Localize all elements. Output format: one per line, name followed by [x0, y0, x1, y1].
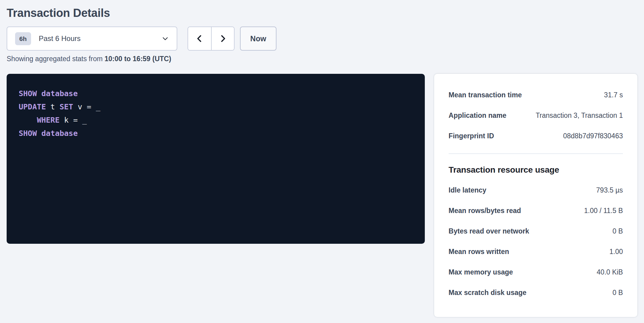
stat-row: Bytes read over network 0 B [449, 221, 623, 241]
stat-label: Max scratch disk usage [449, 289, 526, 297]
stat-value: 1.00 / 11.5 B [584, 207, 623, 215]
transaction-detail-rows: Mean transaction time 31.7 s Application… [449, 85, 623, 146]
stat-row: Fingerprint ID 08d8b7d97f830463 [449, 126, 623, 146]
stat-value: 1.00 [609, 248, 623, 256]
stat-label: Idle latency [449, 186, 486, 194]
chevron-left-icon [195, 34, 204, 43]
stat-row: Mean transaction time 31.7 s [449, 85, 623, 105]
sql-statements-box: SHOW databaseUPDATE t SET v = _ WHERE k … [7, 74, 425, 244]
stat-value: 08d8b7d97f830463 [563, 132, 623, 140]
stat-label: Mean rows/bytes read [449, 207, 521, 215]
stat-value: 31.7 s [604, 91, 623, 99]
stats-period-subtitle: Showing aggregated stats from 10:00 to 1… [7, 55, 637, 63]
prev-time-button[interactable] [188, 27, 211, 50]
resource-usage-rows: Idle latency 793.5 µs Mean rows/bytes re… [449, 180, 623, 303]
time-controls: 6h Past 6 Hours Now [7, 27, 637, 51]
time-range-badge: 6h [15, 32, 31, 45]
stat-value: 0 B [612, 227, 623, 235]
stat-label: Application name [449, 111, 507, 120]
stat-value: 0 B [612, 289, 623, 297]
stat-value: 40.0 KiB [597, 268, 623, 276]
resource-usage-heading: Transaction resource usage [449, 160, 623, 180]
stat-label: Mean transaction time [449, 91, 522, 99]
stat-row: Mean rows/bytes read 1.00 / 11.5 B [449, 200, 623, 221]
stat-row: Max scratch disk usage 0 B [449, 282, 623, 303]
now-button[interactable]: Now [240, 27, 276, 51]
stat-row: Mean rows written 1.00 [449, 241, 623, 262]
next-time-button[interactable] [211, 27, 234, 50]
stat-label: Bytes read over network [449, 227, 529, 235]
stat-label: Fingerprint ID [449, 132, 494, 140]
stats-period-range: 10:00 to 16:59 (UTC) [105, 55, 171, 63]
stat-row: Idle latency 793.5 µs [449, 180, 623, 200]
stat-value: 793.5 µs [596, 186, 623, 194]
sql-code: SHOW databaseUPDATE t SET v = _ WHERE k … [19, 87, 413, 140]
chevron-right-icon [219, 34, 227, 43]
time-range-selected-label: Past 6 Hours [39, 34, 154, 43]
time-step-button-group [188, 27, 235, 51]
stat-label: Max memory usage [449, 268, 513, 276]
stat-label: Mean rows written [449, 248, 509, 256]
chevron-down-icon [162, 35, 169, 42]
time-range-dropdown[interactable]: 6h Past 6 Hours [7, 27, 177, 51]
stat-value: Transaction 3, Transaction 1 [536, 111, 623, 120]
summary-divider [449, 153, 623, 154]
stat-row: Max memory usage 40.0 KiB [449, 262, 623, 282]
main-content: SHOW databaseUPDATE t SET v = _ WHERE k … [7, 74, 637, 317]
stats-period-prefix: Showing aggregated stats from [7, 55, 103, 63]
page-title: Transaction Details [7, 6, 637, 20]
transaction-summary-card: Mean transaction time 31.7 s Application… [434, 74, 637, 317]
stat-row: Application name Transaction 3, Transact… [449, 105, 623, 126]
transaction-details-page: Transaction Details 6h Past 6 Hours Now … [0, 0, 644, 317]
